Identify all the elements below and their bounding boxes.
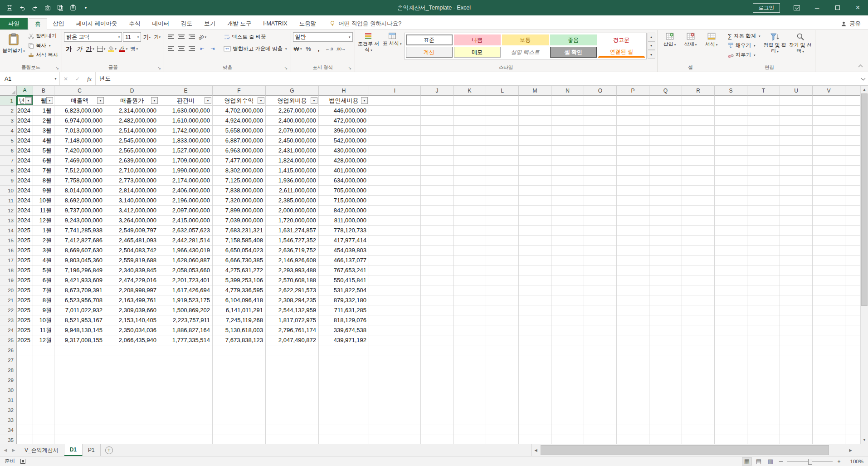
row-header-24[interactable]: 24: [0, 325, 17, 335]
cell-B10[interactable]: 9월: [33, 186, 54, 196]
cell-D35[interactable]: [105, 435, 159, 444]
cell-G27[interactable]: [266, 355, 319, 365]
cell-K20[interactable]: [454, 285, 486, 295]
cell-K12[interactable]: [454, 206, 486, 216]
cell-N11[interactable]: [551, 196, 584, 206]
cell-T27[interactable]: [747, 355, 780, 365]
cell-K15[interactable]: [454, 235, 486, 245]
cell-R31[interactable]: [682, 395, 715, 405]
cell-S9[interactable]: [715, 176, 747, 186]
cell-Q34[interactable]: [649, 425, 682, 435]
cell-D10[interactable]: 2,814,000,000: [105, 186, 159, 196]
row-header-33[interactable]: 33: [0, 415, 17, 425]
cell-O19[interactable]: [584, 275, 617, 285]
cell-N21[interactable]: [551, 295, 584, 305]
cell-P20[interactable]: [617, 285, 649, 295]
cell-L32[interactable]: [486, 405, 519, 415]
cell-U34[interactable]: [780, 425, 813, 435]
cell-U16[interactable]: [780, 245, 813, 255]
cell-I35[interactable]: [369, 435, 421, 444]
cell-L13[interactable]: [486, 216, 519, 226]
cell-I11[interactable]: [369, 196, 421, 206]
cell-H11[interactable]: 715,000,000: [319, 196, 369, 206]
cell-T32[interactable]: [747, 405, 780, 415]
cell-D28[interactable]: [105, 365, 159, 375]
cell-F4[interactable]: 5,658,000,000: [213, 126, 266, 136]
cell-F34[interactable]: [213, 425, 266, 435]
cell-D32[interactable]: [105, 405, 159, 415]
cell-L12[interactable]: [486, 206, 519, 216]
cell-A20[interactable]: 2025: [17, 285, 33, 295]
cell-C25[interactable]: 9,317,008,155: [54, 335, 105, 345]
cell-C8[interactable]: 7,512,000,000: [54, 166, 105, 176]
cell-B11[interactable]: 10월: [33, 196, 54, 206]
row-header-26[interactable]: 26: [0, 345, 17, 355]
cell-D33[interactable]: [105, 415, 159, 425]
cell-D13[interactable]: 3,264,000,000: [105, 216, 159, 226]
tell-me-box[interactable]: 어떤 작업을 원하시나요?: [329, 18, 401, 29]
cell-G10[interactable]: 2,611,000,000: [266, 186, 319, 196]
cell-R27[interactable]: [682, 355, 715, 365]
cell-V13[interactable]: [813, 216, 845, 226]
cell-U10[interactable]: [780, 186, 813, 196]
cell-H23[interactable]: 818,129,076: [319, 315, 369, 325]
cell-K21[interactable]: [454, 295, 486, 305]
cell-D18[interactable]: 2,340,839,845: [105, 265, 159, 275]
column-header-V[interactable]: V: [813, 86, 845, 96]
cell-K5[interactable]: [454, 136, 486, 146]
normal-view-button[interactable]: ▦: [742, 457, 752, 466]
cell-L17[interactable]: [486, 255, 519, 265]
cell-N19[interactable]: [551, 275, 584, 285]
gallery-scroll-down-button[interactable]: ▾: [648, 41, 655, 50]
cell-C28[interactable]: [54, 365, 105, 375]
cell-U22[interactable]: [780, 305, 813, 315]
cell-N29[interactable]: [551, 375, 584, 385]
ribbon-tab-보기[interactable]: 보기: [198, 18, 221, 29]
cell-F33[interactable]: [213, 415, 266, 425]
cell-B19[interactable]: 6월: [33, 275, 54, 285]
percent-style-button[interactable]: %: [303, 44, 313, 54]
cell-I15[interactable]: [369, 235, 421, 245]
cell-Q5[interactable]: [649, 136, 682, 146]
cell-O33[interactable]: [584, 415, 617, 425]
cell-S28[interactable]: [715, 365, 747, 375]
cell-L22[interactable]: [486, 305, 519, 315]
cell-O14[interactable]: [584, 226, 617, 235]
cell-L11[interactable]: [486, 196, 519, 206]
cell-N34[interactable]: [551, 425, 584, 435]
expand-formula-bar-button[interactable]: [858, 72, 868, 85]
cell-B23[interactable]: 10월: [33, 315, 54, 325]
cell-A25[interactable]: 2025: [17, 335, 33, 345]
row-header-10[interactable]: 10: [0, 186, 17, 196]
cell-C16[interactable]: 8,669,607,630: [54, 245, 105, 255]
cell-L1[interactable]: [486, 96, 519, 106]
cell-K17[interactable]: [454, 255, 486, 265]
cell-N33[interactable]: [551, 415, 584, 425]
row-header-17[interactable]: 17: [0, 255, 17, 265]
cell-style-calc[interactable]: 계산: [406, 47, 453, 58]
cell-A35[interactable]: [17, 435, 33, 444]
row-header-16[interactable]: 16: [0, 245, 17, 255]
cell-V14[interactable]: [813, 226, 845, 235]
cell-V24[interactable]: [813, 325, 845, 335]
cell-M35[interactable]: [519, 435, 551, 444]
cell-R21[interactable]: [682, 295, 715, 305]
cell-V25[interactable]: [813, 335, 845, 345]
cell-N1[interactable]: [551, 96, 584, 106]
share-button[interactable]: 공유: [834, 18, 868, 29]
row-header-3[interactable]: 3: [0, 116, 17, 126]
cell-N13[interactable]: [551, 216, 584, 226]
cell-H3[interactable]: 472,000,000: [319, 116, 369, 126]
cell-U3[interactable]: [780, 116, 813, 126]
format-as-table-button[interactable]: 표 서식▾: [380, 31, 404, 64]
cell-C19[interactable]: 9,421,933,609: [54, 275, 105, 285]
ribbon-tab-삽입[interactable]: 삽입: [47, 18, 70, 29]
cell-U33[interactable]: [780, 415, 813, 425]
cell-I14[interactable]: [369, 226, 421, 235]
cell-S21[interactable]: [715, 295, 747, 305]
cell-R24[interactable]: [682, 325, 715, 335]
cell-M19[interactable]: [519, 275, 551, 285]
cell-S32[interactable]: [715, 405, 747, 415]
cell-S2[interactable]: [715, 106, 747, 116]
cell-B21[interactable]: 8월: [33, 295, 54, 305]
